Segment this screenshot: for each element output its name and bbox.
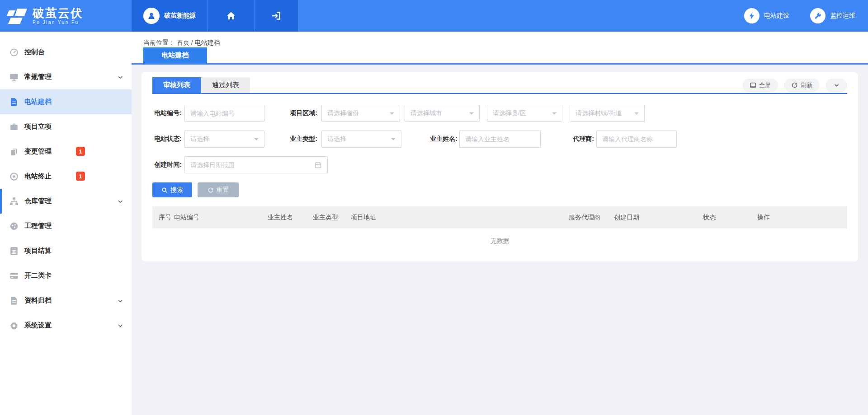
sidebar-item-project-settlement[interactable]: 项目结算 bbox=[0, 238, 132, 263]
sidebar-item-data-archive[interactable]: 资料归档 bbox=[0, 288, 132, 313]
sidebar-item-console[interactable]: 控制台 bbox=[0, 40, 132, 65]
user-menu[interactable]: 破茧新能源 bbox=[132, 0, 208, 32]
copy-icon bbox=[9, 147, 19, 157]
agent-input[interactable] bbox=[596, 131, 677, 148]
date-range-input[interactable] bbox=[190, 161, 314, 168]
home-button[interactable] bbox=[208, 0, 255, 32]
caret-down-icon bbox=[552, 112, 557, 117]
gauge-icon bbox=[9, 221, 19, 231]
wrench-icon bbox=[810, 8, 826, 23]
sidebar-item-label: 控制台 bbox=[24, 48, 45, 56]
sign-in-icon bbox=[271, 10, 282, 21]
refresh-label: 刷新 bbox=[801, 81, 812, 89]
date-range-picker[interactable] bbox=[184, 156, 328, 173]
sidebar-item-engineering-mgmt[interactable]: 工程管理 bbox=[0, 214, 132, 238]
sidebar-item-label: 系统设置 bbox=[24, 321, 52, 330]
main-panel: 审核列表 通过列表 全屏 bbox=[142, 72, 858, 261]
breadcrumb-path[interactable]: 首页 / 电站建档 bbox=[177, 39, 220, 46]
sidebar-item-warehouse-mgmt[interactable]: 仓库管理 bbox=[0, 189, 132, 214]
sidebar-item-station-termination[interactable]: 电站终止 1 bbox=[0, 164, 132, 189]
reset-button[interactable]: 重置 bbox=[198, 182, 239, 197]
lightning-icon bbox=[744, 8, 760, 23]
brand-subtitle: Po Jian Yun Fu bbox=[33, 20, 83, 25]
chevron-down-icon bbox=[834, 82, 840, 88]
sidebar-item-system-settings[interactable]: 系统设置 bbox=[0, 313, 132, 338]
top-header: 破茧云伏 Po Jian Yun Fu 破茧新能源 bbox=[0, 0, 868, 32]
sidebar-item-label: 项目结算 bbox=[24, 247, 52, 255]
chevron-down-icon bbox=[117, 74, 123, 80]
sidebar: 控制台 常规管理 电站建档 bbox=[0, 32, 132, 415]
collapse-toolbar-button[interactable] bbox=[826, 79, 847, 92]
notification-badge: 1 bbox=[76, 172, 85, 181]
county-placeholder: 请选择县/区 bbox=[493, 109, 526, 117]
sidebar-item-label: 电站建档 bbox=[24, 98, 52, 106]
document-icon bbox=[9, 97, 19, 107]
sidebar-item-label: 变更管理 bbox=[24, 147, 52, 156]
sidebar-item-project-initiation[interactable]: 项目立项 bbox=[0, 114, 132, 139]
fullscreen-button[interactable]: 全屏 bbox=[742, 79, 778, 92]
monitor-ops-label: 监控运维 bbox=[830, 12, 855, 20]
user-icon bbox=[146, 11, 156, 21]
archive-icon bbox=[9, 296, 19, 306]
county-select[interactable]: 请选择县/区 bbox=[487, 105, 562, 122]
refresh-icon bbox=[791, 82, 798, 89]
sidebar-item-open-card[interactable]: 开二类卡 bbox=[0, 263, 132, 288]
sidebar-item-general-mgmt[interactable]: 常规管理 bbox=[0, 65, 132, 89]
tab-passed-list[interactable]: 通过列表 bbox=[201, 77, 250, 93]
caret-down-icon bbox=[634, 112, 639, 117]
calendar-icon bbox=[314, 161, 322, 169]
user-name: 破茧新能源 bbox=[164, 12, 196, 20]
col-create-date: 创建日期 bbox=[614, 214, 703, 222]
brand-title: 破茧云伏 bbox=[33, 7, 83, 19]
sidebar-item-station-archive[interactable]: 电站建档 bbox=[0, 89, 132, 114]
station-no-label: 电站编号: bbox=[152, 109, 182, 117]
sidebar-item-label: 电站终止 bbox=[24, 172, 52, 181]
tab-review-list[interactable]: 审核列表 bbox=[152, 77, 201, 93]
brand-logo: 破茧云伏 Po Jian Yun Fu bbox=[0, 0, 132, 32]
home-icon bbox=[226, 10, 236, 21]
table-header: 序号 电站编号 业主姓名 业主类型 项目地址 服务代理商 创建日期 状态 操作 bbox=[152, 206, 847, 228]
empty-state-text: 无数据 bbox=[152, 228, 847, 254]
sidebar-item-change-mgmt[interactable]: 变更管理 1 bbox=[0, 139, 132, 164]
sitemap-icon bbox=[9, 196, 19, 206]
owner-type-label: 业主类型: bbox=[285, 135, 317, 143]
caret-down-icon bbox=[391, 138, 396, 143]
fullscreen-icon bbox=[750, 82, 756, 89]
search-button[interactable]: 搜索 bbox=[152, 182, 192, 197]
page-tab-station-archive[interactable]: 电站建档 bbox=[143, 47, 207, 63]
col-seq: 序号 bbox=[159, 214, 174, 222]
page-topbar: 当前位置： 首页 / 电站建档 电站建档 bbox=[132, 32, 868, 65]
caret-down-icon bbox=[254, 138, 259, 143]
station-build-label: 电站建设 bbox=[764, 12, 789, 20]
town-select[interactable]: 请选择村镇/街道 bbox=[570, 105, 645, 122]
monitor-ops-link[interactable]: 监控运维 bbox=[810, 8, 855, 23]
station-status-label: 电站状态: bbox=[152, 135, 182, 143]
calculator-icon bbox=[9, 246, 19, 256]
header-right: 电站建设 监控运维 bbox=[298, 0, 868, 32]
station-build-link[interactable]: 电站建设 bbox=[744, 8, 789, 23]
avatar bbox=[143, 8, 160, 24]
sign-in-button[interactable] bbox=[255, 0, 298, 32]
reset-icon bbox=[208, 187, 214, 193]
fullscreen-label: 全屏 bbox=[759, 81, 771, 89]
sidebar-item-label: 常规管理 bbox=[24, 73, 52, 81]
breadcrumb: 当前位置： 首页 / 电站建档 bbox=[143, 39, 220, 47]
refresh-button[interactable]: 刷新 bbox=[784, 79, 820, 92]
station-status-select[interactable]: 请选择 bbox=[184, 131, 264, 148]
owner-name-label: 业主姓名: bbox=[424, 135, 458, 143]
owner-name-input[interactable] bbox=[459, 131, 541, 148]
province-select[interactable]: 请选择省份 bbox=[321, 105, 400, 122]
col-owner-name: 业主姓名 bbox=[268, 214, 313, 222]
breadcrumb-prefix: 当前位置： bbox=[143, 39, 175, 46]
city-select[interactable]: 请选择城市 bbox=[405, 105, 480, 122]
reset-label: 重置 bbox=[217, 186, 229, 194]
owner-type-select[interactable]: 请选择 bbox=[321, 131, 401, 148]
tabs-underline bbox=[152, 93, 847, 94]
province-placeholder: 请选择省份 bbox=[327, 109, 359, 117]
town-placeholder: 请选择村镇/街道 bbox=[576, 109, 622, 117]
stairs-logo-icon bbox=[6, 7, 28, 25]
search-label: 搜索 bbox=[170, 186, 183, 194]
station-no-input[interactable] bbox=[184, 105, 264, 122]
col-station-no: 电站编号 bbox=[174, 214, 268, 222]
chevron-down-icon bbox=[117, 322, 123, 329]
